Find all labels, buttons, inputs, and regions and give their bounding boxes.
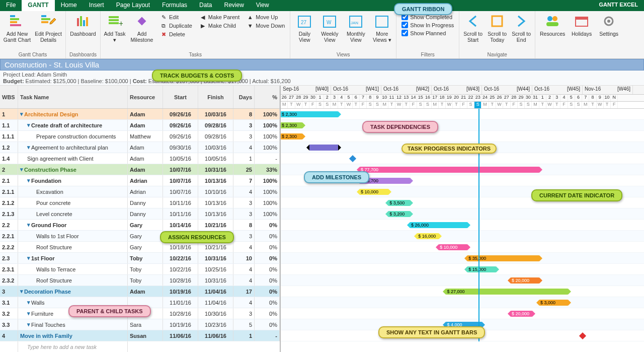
dashboard-button[interactable]: Dashboard: [68, 12, 98, 38]
more-views-button[interactable]: More Views ▾: [370, 12, 394, 44]
scroll-today-button[interactable]: Scroll to Today: [486, 12, 509, 44]
svg-rect-0: [10, 15, 15, 17]
menu-insert[interactable]: Insert: [83, 0, 110, 11]
menu-data[interactable]: Data: [193, 0, 218, 11]
task-row[interactable]: 1.1.1Prepare construction documentsMatth…: [0, 131, 280, 142]
menu-home[interactable]: Home: [55, 0, 83, 11]
milestone-marker[interactable]: [349, 155, 356, 162]
task-row[interactable]: 4Move in with FamilySusan11/06/1611/06/1…: [0, 330, 280, 341]
new-task-row[interactable]: Type here to add a new task: [0, 341, 280, 352]
gantt-bar[interactable]: $ 2,300: [281, 111, 338, 117]
gantt-bar[interactable]: $ 10,000: [439, 244, 467, 250]
task-row[interactable]: 2.2▾Ground FloorGary10/14/1610/21/1680%: [0, 220, 280, 231]
gantt-row: $ 26,000: [281, 220, 644, 231]
task-row[interactable]: 2.2.1Walls to 1st FloorGary10/15/1610/17…: [0, 231, 280, 242]
svg-rect-12: [109, 19, 119, 21]
gantt-row: $ 10,000: [281, 242, 644, 253]
add-milestone-button[interactable]: Add Milestone: [128, 12, 156, 44]
task-row[interactable]: 1.4Sign agreement with ClientAdam10/05/1…: [0, 153, 280, 164]
show-inprogress-checkbox[interactable]: Show In Progress: [399, 21, 456, 29]
task-row[interactable]: 2.1.3Level concreteDanny10/11/1610/13/16…: [0, 208, 280, 220]
task-row[interactable]: 2▾Construction PhaseAdam10/07/1610/31/16…: [0, 164, 280, 175]
timeline: Sep-16[W40]Oct-16[W41]Oct-16[W42]Oct-16[…: [281, 86, 644, 352]
gantt-bar[interactable]: $ 26,000: [410, 222, 467, 228]
menu-formulas[interactable]: Formulas: [156, 0, 193, 11]
show-planned-checkbox[interactable]: Show Planned: [399, 29, 456, 37]
move-up-button[interactable]: ▲Move Up: [245, 13, 287, 21]
scroll-start-button[interactable]: Scroll to Start: [461, 12, 485, 44]
callout-resources: ASSIGN RESOURCES: [160, 231, 234, 243]
callout-bar-text: SHOW ANY TEXT IN GANTT BARS: [378, 326, 485, 338]
menu-view[interactable]: View: [250, 0, 275, 11]
scroll-end-button[interactable]: Scroll to End: [510, 12, 533, 44]
menu-file[interactable]: File: [0, 0, 22, 11]
task-row[interactable]: 1.1▾Create draft of architectureAdam09/2…: [0, 120, 280, 131]
menu-gantt[interactable]: GANTT: [22, 0, 54, 11]
group-tasks: Tasks: [103, 51, 288, 58]
group-gantt-charts: Gantt Charts: [2, 51, 63, 58]
gantt-row: $ 27,000: [281, 286, 644, 297]
milestone-marker[interactable]: [579, 332, 586, 339]
svg-rect-4: [41, 15, 46, 17]
gantt-bar[interactable]: $ 2,300: [281, 133, 302, 139]
gantt-bar[interactable]: $ 2,300: [281, 122, 302, 128]
col-wbs[interactable]: WBS: [0, 86, 18, 108]
gantt-bar[interactable]: $ 20,000: [511, 277, 539, 284]
task-row[interactable]: 2.1.2Pour concreteDanny10/11/1610/13/163…: [0, 197, 280, 208]
make-child-button[interactable]: ▶Make Child: [197, 22, 242, 30]
menu-review[interactable]: Review: [218, 0, 250, 11]
gantt-bar[interactable]: $ 77,700: [360, 167, 539, 173]
make-parent-button[interactable]: ◀Make Parent: [197, 13, 242, 21]
col-start[interactable]: Start: [163, 86, 198, 108]
col-task[interactable]: Task Name: [18, 86, 128, 108]
callout-ribbon: GANTT RIBBON: [394, 3, 452, 15]
task-row[interactable]: 1.2▾Agreement to architectural planAdam0…: [0, 142, 280, 153]
gantt-bar[interactable]: $ 16,000: [417, 233, 439, 239]
svg-point-24: [547, 16, 552, 21]
task-row[interactable]: 2.1.1ExcavationAdrian10/07/1610/10/16410…: [0, 186, 280, 197]
monthly-view-button[interactable]: JANMonthly View: [343, 12, 369, 44]
add-task-icon: +: [107, 13, 123, 29]
duplicate-icon: ⧉: [160, 22, 167, 29]
svg-rect-22: [376, 16, 388, 27]
task-row[interactable]: 2.2.2Roof StructureGary10/18/1610/21/164…: [0, 242, 280, 253]
gantt-bar[interactable]: $ 27,000: [446, 289, 568, 295]
resources-button[interactable]: Resources: [537, 12, 568, 38]
gantt-bar[interactable]: [309, 145, 338, 151]
col-finish[interactable]: Finish: [198, 86, 233, 108]
gantt-bar[interactable]: $ 3,500: [388, 200, 410, 206]
milestone-icon: [134, 13, 150, 29]
delete-button[interactable]: ✖Delete: [158, 30, 194, 38]
gantt-bar[interactable]: $ 3,000: [539, 300, 568, 306]
holidays-button[interactable]: Holidays: [569, 12, 595, 38]
callout-current-date: CURRENT DATE INDICATOR: [531, 189, 622, 201]
col-days[interactable]: Days: [233, 86, 255, 108]
col-pct[interactable]: %: [255, 86, 280, 108]
task-row[interactable]: 2.1▾FoundationAdrian10/07/1610/13/167100…: [0, 175, 280, 186]
gantt-bar[interactable]: $ 20,000: [511, 311, 532, 317]
col-resource[interactable]: Resource: [128, 86, 163, 108]
settings-button[interactable]: Settings: [596, 12, 622, 38]
gantt-bar[interactable]: $ 3,200: [388, 211, 410, 217]
menu-page-layout[interactable]: Page Layout: [110, 0, 156, 11]
add-task-button[interactable]: + Add Task ▾: [103, 12, 127, 44]
task-row[interactable]: 2.3.1Walls to TerraceToby10/22/1610/25/1…: [0, 264, 280, 275]
daily-view-button[interactable]: 27Daily View: [292, 12, 316, 44]
outdent-icon: ◀: [199, 14, 206, 21]
weekly-view-button[interactable]: WWeekly View: [317, 12, 342, 44]
task-row[interactable]: 3▾Decoration PhaseAdam10/19/1611/04/1617…: [0, 286, 280, 297]
duplicate-button[interactable]: ⧉Duplicate: [158, 22, 194, 30]
timeline-days: 2627282930123456789101112131415161718192…: [281, 95, 644, 102]
edit-project-button[interactable]: Edit Project Details: [33, 12, 63, 44]
move-down-button[interactable]: ▼Move Down: [245, 22, 287, 30]
task-row[interactable]: 2.3▾1st FloorToby10/22/1610/31/16100%: [0, 253, 280, 264]
task-row[interactable]: 3.3▾Final TouchesSara10/19/1610/23/1650%: [0, 319, 280, 330]
new-task-placeholder[interactable]: Type here to add a new task: [18, 341, 128, 352]
edit-task-button[interactable]: ✎Edit: [158, 13, 194, 21]
task-row[interactable]: 1▾Architectural DesignAdam09/26/1610/03/…: [0, 109, 280, 120]
gantt-row: [281, 153, 644, 164]
gantt-bar[interactable]: $ 10,000: [360, 189, 388, 195]
task-row[interactable]: 2.3.2Roof StructureToby10/28/1610/31/164…: [0, 275, 280, 286]
gantt-bar[interactable]: $ 15,000: [467, 266, 496, 272]
add-new-gantt-button[interactable]: Add New Gantt Chart: [2, 12, 32, 44]
